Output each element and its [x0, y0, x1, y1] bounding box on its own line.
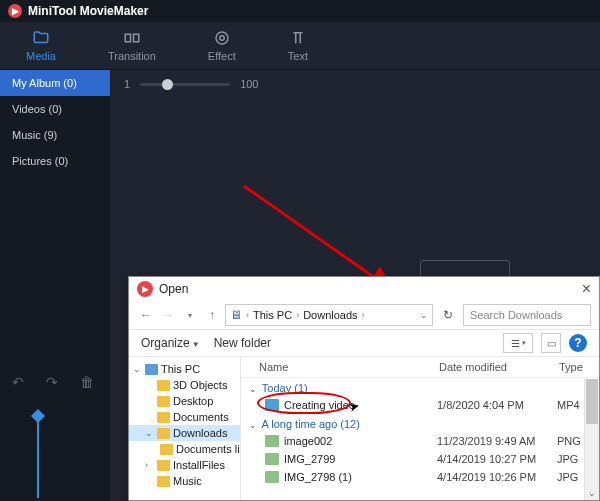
file-group-header[interactable]: ⌄ Today (1): [241, 378, 599, 396]
tree-item-installfiles[interactable]: ›InstallFiles: [129, 457, 240, 473]
tree-expander-icon[interactable]: ›: [145, 460, 154, 470]
media-sidebar: My Album (0)Videos (0)Music (9)Pictures …: [0, 70, 110, 501]
image-file-icon: [265, 471, 279, 483]
tab-label: Transition: [108, 50, 156, 62]
nav-forward-button[interactable]: →: [159, 306, 177, 324]
svg-point-2: [220, 36, 225, 41]
col-header-date[interactable]: Date modified: [439, 361, 559, 373]
address-dropdown-icon[interactable]: ⌄: [420, 310, 428, 320]
folder-icon: [157, 380, 170, 391]
chevron-right-icon: ›: [362, 310, 365, 320]
svg-rect-1: [133, 34, 138, 42]
sidebar-item-my-album[interactable]: My Album (0): [0, 70, 110, 96]
tree-item-documents[interactable]: Documents: [129, 409, 240, 425]
tree-item-label: Desktop: [173, 395, 213, 407]
folder-icon: [157, 476, 170, 487]
path-segment-downloads[interactable]: Downloads: [301, 308, 359, 322]
tab-label: Text: [288, 50, 308, 62]
video-file-icon: [265, 399, 279, 411]
dialog-close-button[interactable]: ×: [582, 280, 591, 298]
scrollbar-thumb[interactable]: [586, 379, 598, 424]
search-input[interactable]: Search Downloads: [463, 304, 591, 326]
svg-point-3: [216, 32, 228, 44]
zoom-slider[interactable]: [140, 83, 230, 86]
tree-item-desktop[interactable]: Desktop: [129, 393, 240, 409]
app-title: MiniTool MovieMaker: [28, 4, 148, 18]
timeline-toolbar: ↶ ↷ 🗑: [12, 374, 94, 390]
new-folder-button[interactable]: New folder: [214, 336, 271, 350]
pc-icon: 🖥: [230, 308, 242, 322]
sidebar-item-pictures[interactable]: Pictures (0): [0, 148, 110, 174]
sidebar-item-videos[interactable]: Videos (0): [0, 96, 110, 122]
organize-menu[interactable]: Organize▼: [141, 336, 200, 350]
file-name: IMG_2798 (1): [284, 471, 437, 483]
view-mode-button[interactable]: ☰▾: [503, 333, 533, 353]
transition-icon: [123, 29, 141, 47]
file-name: Creating video: [284, 399, 437, 411]
image-file-icon: [265, 435, 279, 447]
app-titlebar: ▶ MiniTool MovieMaker: [0, 0, 600, 22]
dialog-app-icon: ▶: [137, 281, 153, 297]
file-name: IMG_2799: [284, 453, 437, 465]
tree-item-3d-objects[interactable]: 3D Objects: [129, 377, 240, 393]
preview-pane-button[interactable]: ▭: [541, 333, 561, 353]
playhead-line: [37, 418, 39, 498]
text-icon: [289, 29, 307, 47]
tab-text[interactable]: Text: [282, 25, 314, 66]
refresh-button[interactable]: ↻: [437, 304, 459, 326]
zoom-slider-row: 1 100: [110, 70, 600, 98]
file-date: 11/23/2019 9:49 AM: [437, 435, 557, 447]
dialog-toolbar: Organize▼ New folder ☰▾ ▭ ?: [129, 329, 599, 357]
folder-icon: [157, 412, 170, 423]
search-placeholder: Search Downloads: [470, 309, 562, 321]
file-date: 4/14/2019 10:26 PM: [437, 471, 557, 483]
chevron-down-icon: ⌄: [249, 420, 257, 430]
nav-up-button[interactable]: ↑: [203, 306, 221, 324]
file-row[interactable]: IMG_2798 (1)4/14/2019 10:26 PMJPG: [241, 468, 599, 486]
folder-icon: [32, 29, 50, 47]
nav-recent-dropdown[interactable]: ▾: [181, 306, 199, 324]
col-header-name[interactable]: Name: [247, 361, 439, 373]
tree-expander-icon[interactable]: ⌄: [145, 428, 154, 438]
tree-item-label: InstallFiles: [173, 459, 225, 471]
file-row[interactable]: Creating video1/8/2020 4:04 PMMP4➤: [241, 396, 599, 414]
file-name: image002: [284, 435, 437, 447]
pc-icon: [145, 364, 158, 375]
zoom-min: 1: [124, 78, 130, 90]
tree-item-music[interactable]: Music: [129, 473, 240, 489]
zoom-slider-thumb[interactable]: [162, 79, 173, 90]
undo-button[interactable]: ↶: [12, 374, 24, 390]
tab-transition[interactable]: Transition: [102, 25, 162, 66]
col-header-type[interactable]: Type: [559, 361, 593, 373]
path-segment-this-pc[interactable]: This PC: [251, 308, 294, 322]
nav-back-button[interactable]: ←: [137, 306, 155, 324]
help-button[interactable]: ?: [569, 334, 587, 352]
file-date: 4/14/2019 10:27 PM: [437, 453, 557, 465]
tree-item-documents-list[interactable]: Documents list: [129, 441, 240, 457]
tab-effect[interactable]: Effect: [202, 25, 242, 66]
tree-item-this-pc[interactable]: ⌄This PC: [129, 361, 240, 377]
top-tab-bar: Media Transition Effect Text: [0, 22, 600, 70]
vertical-scrollbar[interactable]: ⌄: [584, 379, 599, 500]
folder-icon: [157, 460, 170, 471]
file-open-dialog: ▶ Open × ← → ▾ ↑ 🖥 › This PC › Downloads…: [128, 276, 600, 501]
address-bar[interactable]: 🖥 › This PC › Downloads › ⌄: [225, 304, 433, 326]
tree-item-label: This PC: [161, 363, 200, 375]
sidebar-item-music[interactable]: Music (9): [0, 122, 110, 148]
redo-button[interactable]: ↷: [46, 374, 58, 390]
tree-item-label: Documents: [173, 411, 229, 423]
tree-item-label: Downloads: [173, 427, 227, 439]
file-group-header[interactable]: ⌄ A long time ago (12): [241, 414, 599, 432]
zoom-max: 100: [240, 78, 258, 90]
tab-media[interactable]: Media: [20, 25, 62, 66]
tree-item-downloads[interactable]: ⌄Downloads: [129, 425, 240, 441]
tree-expander-icon[interactable]: ⌄: [133, 364, 142, 374]
tree-item-label: Documents list: [176, 443, 241, 455]
file-row[interactable]: IMG_27994/14/2019 10:27 PMJPG: [241, 450, 599, 468]
scroll-down-button[interactable]: ⌄: [585, 485, 599, 500]
tree-item-label: Music: [173, 475, 202, 487]
delete-button[interactable]: 🗑: [80, 374, 94, 390]
tab-label: Media: [26, 50, 56, 62]
file-row[interactable]: image00211/23/2019 9:49 AMPNG: [241, 432, 599, 450]
dialog-titlebar: ▶ Open ×: [129, 277, 599, 301]
